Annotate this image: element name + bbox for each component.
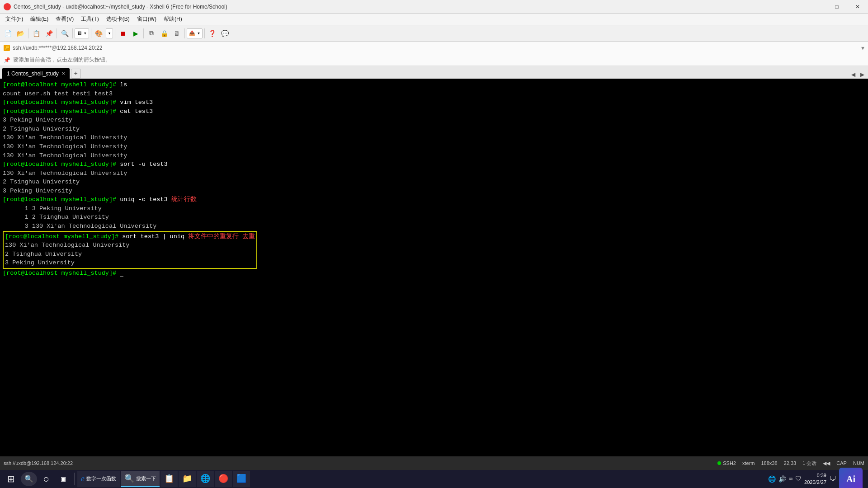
tab-next-button[interactable]: ▶	[858, 70, 866, 79]
terminal-line-9: 130 Xi'an Technological University	[3, 151, 865, 160]
shield-icon[interactable]: 🛡	[795, 475, 802, 483]
terminal-area[interactable]: [root@localhost myshell_study]# ls count…	[0, 79, 868, 456]
output: 130 Xi'an Technological University	[3, 143, 127, 150]
terminal-line-7: 130 Xi'an Technological University	[3, 133, 865, 142]
taskbar-red-app[interactable]: 🔴	[215, 471, 232, 487]
terminal-type: xterm	[742, 460, 755, 466]
menu-item-工具T[interactable]: 工具(T)	[77, 14, 102, 24]
output: 3 Peking University	[3, 188, 72, 194]
color-dropdown[interactable]: ▾	[106, 28, 113, 38]
taskbar-ie-app[interactable]: e 数字一次函数	[77, 471, 120, 487]
notification-button[interactable]: 🗨	[829, 475, 836, 483]
tab-label: 1 Centos_shell_study	[7, 70, 59, 77]
toolbar-separator	[184, 28, 185, 38]
network-icon[interactable]: 🌐	[768, 475, 776, 483]
clock-time: 0:39	[804, 472, 826, 479]
new-tab-button[interactable]: +	[71, 69, 81, 79]
toolbar-separator	[57, 28, 57, 38]
terminal-line-14: [root@localhost myshell_study]# uniq -c …	[3, 195, 865, 204]
task-view-button[interactable]: ▣	[55, 472, 71, 486]
output: count_user.sh test test1 test3	[3, 90, 113, 97]
output: 130 Xi'an Technological University	[3, 170, 127, 177]
monitor-button[interactable]: 🖥	[171, 28, 183, 39]
output: 3 Peking University	[3, 117, 72, 123]
record-button[interactable]: ▶	[130, 28, 142, 39]
title-bar: Centos_shell_study - uxdb@localhost:~/my…	[0, 0, 868, 14]
terminal-line-1: [root@localhost myshell_study]# ls	[3, 80, 865, 89]
menu-item-文件F[interactable]: 文件(F)	[2, 14, 27, 24]
search-label: 搜索一下	[136, 475, 156, 482]
ssh-address: ssh://uxdb:******@192.168.124.20:22	[13, 45, 102, 51]
taskbar-search-app[interactable]: 🔍 搜索一下	[121, 471, 160, 487]
output: 1 3 Peking University	[3, 205, 102, 212]
tab-prev-button[interactable]: ◀	[849, 70, 857, 79]
menu-item-窗口W[interactable]: 窗口(W)	[133, 14, 160, 24]
transfer-dropdown[interactable]: 📤 ▾	[187, 28, 203, 38]
keyboard-icon[interactable]: ⌨	[789, 475, 793, 483]
copy-button[interactable]: 📋	[30, 28, 42, 39]
taskbar-right: 🌐 🔊 ⌨ 🛡 0:39 2020/2/27 🗨 Ai	[768, 468, 866, 488]
highlighted-output-3: 3 Peking University	[5, 258, 255, 267]
ie-icon: e	[81, 474, 85, 483]
tab-close-button[interactable]: ✕	[61, 71, 65, 76]
taskbar-browser-app[interactable]: 🌐	[197, 471, 214, 487]
view-dropdown[interactable]: 🖥 ▾	[75, 28, 89, 38]
volume-icon[interactable]: 🔊	[778, 475, 786, 483]
ssh2-badge: SSH2	[717, 460, 736, 466]
find-button[interactable]: 🔍	[59, 28, 71, 39]
ai-badge[interactable]: Ai	[839, 468, 863, 488]
taskbar-blue-app[interactable]: 🟦	[233, 471, 250, 487]
stop-button[interactable]: ⏹	[117, 28, 129, 39]
new-button[interactable]: 📄	[2, 28, 14, 39]
menu-item-选项卡B[interactable]: 选项卡(B)	[103, 14, 133, 24]
paste-button[interactable]: 📌	[43, 28, 55, 39]
search-icon[interactable]: 🔍	[21, 472, 37, 486]
prompt: [root@localhost myshell_study]#	[5, 233, 118, 240]
cortana-button[interactable]: ◯	[38, 472, 54, 486]
window-title: Centos_shell_study - uxdb@localhost:~/my…	[14, 4, 227, 10]
tab-centos[interactable]: 1 Centos_shell_study ✕	[2, 68, 70, 79]
command: vim test3	[120, 99, 153, 106]
tab-navigation: ◀ ▶	[849, 70, 866, 79]
toolbar-separator	[115, 28, 115, 38]
split-button[interactable]: ⧉	[146, 28, 157, 39]
taskbar-separator	[74, 473, 75, 485]
ie-label: 数字一次函数	[86, 475, 116, 482]
output: 130 Xi'an Technological University	[3, 152, 127, 159]
minimize-button[interactable]: ─	[806, 0, 826, 14]
output: 2 Tsinghua University	[5, 251, 82, 258]
lock-button[interactable]: 🔒	[158, 28, 170, 39]
app-icon	[4, 3, 11, 10]
terminal-line-4: [root@localhost myshell_study]# cat test…	[3, 107, 865, 116]
highlighted-output-1: 130 Xi'an Technological University	[5, 241, 255, 250]
red-app-icon: 🔴	[218, 474, 228, 483]
clipboard-icon: 📋	[164, 474, 174, 483]
toolbar-separator	[91, 28, 91, 38]
ssh-dropdown-arrow[interactable]: ▾	[861, 44, 864, 52]
terminal-line-6: 2 Tsinghua University	[3, 125, 865, 134]
terminal-line-8: 130 Xi'an Technological University	[3, 142, 865, 151]
window-controls: ─ □ ✕	[806, 0, 868, 14]
extra-button[interactable]: 💬	[219, 28, 231, 39]
start-button[interactable]: ⊞	[2, 471, 20, 487]
taskbar-clipboard-app[interactable]: 📋	[160, 471, 178, 487]
view-icon: 🖥	[77, 30, 82, 36]
menu-item-查看V[interactable]: 查看(V)	[52, 14, 77, 24]
terminal-final-prompt: [root@localhost myshell_study]# █	[3, 269, 865, 278]
taskbar-explorer-app[interactable]: 📁	[179, 471, 196, 487]
output: 3 130 Xi'an Technological University	[3, 223, 156, 230]
open-button[interactable]: 📂	[14, 28, 26, 39]
close-button[interactable]: ✕	[847, 0, 868, 14]
output: 130 Xi'an Technological University	[5, 242, 129, 249]
command: uniq -c test3	[120, 196, 167, 203]
maximize-button[interactable]: □	[826, 0, 847, 14]
session-count: 1 会话	[802, 460, 816, 467]
menu-item-帮助H[interactable]: 帮助(H)	[160, 14, 186, 24]
color-button[interactable]: 🎨	[93, 28, 105, 39]
prompt: [root@localhost myshell_study]#	[3, 270, 116, 277]
system-clock[interactable]: 0:39 2020/2/27	[804, 472, 826, 486]
menu-item-编辑E[interactable]: 编辑(E)	[27, 14, 52, 24]
highlighted-prompt-line: [root@localhost myshell_study]# sort tes…	[5, 232, 255, 241]
help-button[interactable]: ❓	[207, 28, 218, 39]
browser-icon: 🌐	[200, 474, 210, 483]
